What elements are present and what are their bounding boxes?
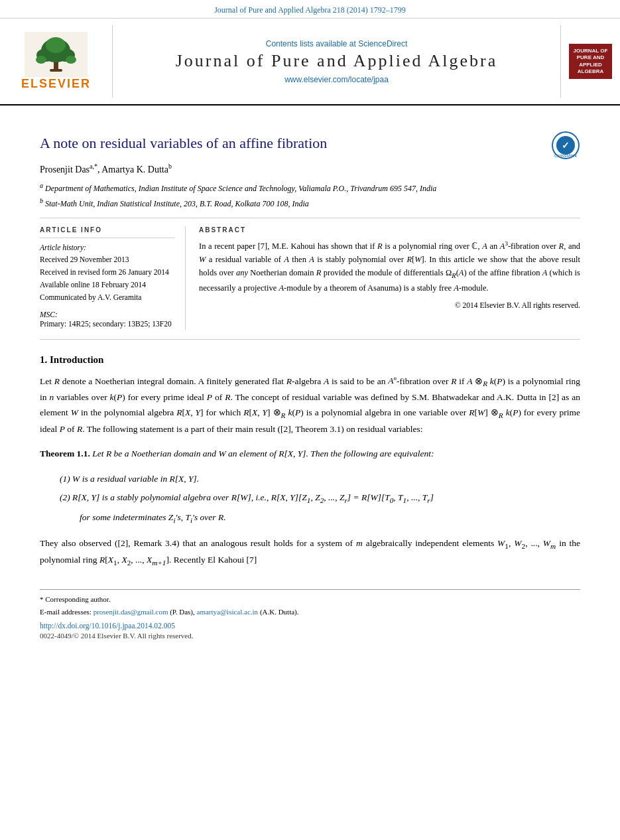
- abstract-text: In a recent paper [7], M.E. Kahoui has s…: [199, 239, 580, 295]
- article-info-abstract: ARTICLE INFO Article history: Received 2…: [40, 226, 580, 330]
- intro-paragraph-1: Let R denote a Noetherian integral domai…: [40, 374, 580, 437]
- para-2: They also observed ([2], Remark 3.4) tha…: [40, 536, 580, 569]
- email2[interactable]: amartya@isical.ac.in: [197, 608, 259, 616]
- corresponding-author-note: * Corresponding author.: [40, 594, 580, 605]
- jpaa-logo-line3: APPLIED: [572, 62, 609, 68]
- article-info-label: ARTICLE INFO: [40, 226, 175, 234]
- journal-center: Contents lists available at ScienceDirec…: [113, 25, 560, 98]
- svg-point-7: [66, 56, 76, 64]
- svg-rect-8: [50, 69, 62, 72]
- affil-b-text: Stat-Math Unit, Indian Statistical Insti…: [45, 199, 309, 208]
- svg-point-5: [46, 37, 66, 53]
- theorem-label: Theorem 1.1.: [40, 449, 90, 458]
- sciencedirect-link[interactable]: ScienceDirect: [358, 39, 407, 48]
- article-info-column: ARTICLE INFO Article history: Received 2…: [40, 226, 186, 330]
- footnotes: * Corresponding author. E-mail addresses…: [40, 589, 580, 640]
- divider-article-info: [40, 238, 175, 238]
- svg-text:✓: ✓: [562, 140, 570, 151]
- msc-label: MSC:: [40, 311, 175, 318]
- elsevier-logo: ELSEVIER: [0, 25, 113, 98]
- author-dutta-sup: b: [168, 163, 172, 170]
- theorem-items: (1) W is a residual variable in R[X, Y].…: [60, 471, 580, 527]
- main-content: A note on residual variables of an affin…: [0, 105, 620, 653]
- theorem-item-1: (1) W is a residual variable in R[X, Y].: [60, 471, 580, 487]
- email-line: E-mail addresses: prosenjit.das@gmail.co…: [40, 606, 580, 618]
- intro-section-title: 1. Introduction: [40, 354, 580, 366]
- email2-name: (A.K. Dutta).: [260, 608, 299, 616]
- jpaa-logo-line2: PURE AND: [572, 54, 609, 61]
- affil-a-text: Department of Mathematics, Indian Instit…: [45, 184, 436, 193]
- crossmark-icon: ✓ CrossMark: [551, 131, 580, 160]
- journal-logo-right: JOURNAL OF PURE AND APPLIED ALGEBRA: [560, 25, 620, 98]
- journal-citation: Journal of Pure and Applied Algebra 218 …: [214, 5, 406, 15]
- theorem-item-2: (2) R[X, Y] is a stably polynomial algeb…: [60, 490, 580, 507]
- journal-title: Journal of Pure and Applied Algebra: [176, 51, 498, 71]
- author-comma: , Amartya K. Dutta: [97, 165, 168, 175]
- communicated-by: Communicated by A.V. Geramita: [40, 292, 175, 303]
- doi-line: http://dx.doi.org/10.1016/j.jpaa.2014.02…: [40, 622, 580, 630]
- email-label: E-mail addresses:: [40, 608, 92, 616]
- email1-name: (P. Das),: [170, 608, 195, 616]
- email1[interactable]: prosenjit.das@gmail.com: [93, 608, 168, 616]
- affiliation-a: a Department of Mathematics, Indian Inst…: [40, 180, 580, 194]
- msc-section: MSC: Primary: 14R25; secondary: 13B25; 1…: [40, 311, 175, 330]
- jpaa-logo-line1: JOURNAL OF: [572, 48, 609, 54]
- author-das-sup: a,*: [90, 163, 97, 170]
- affil-b-marker: b: [40, 197, 43, 204]
- theorem-statement: Let R be a Noetherian domain and W an el…: [92, 449, 434, 458]
- author-das: Prosenjit Das: [40, 165, 90, 175]
- journal-url[interactable]: www.elsevier.com/locate/jpaa: [284, 75, 389, 84]
- journal-header: ELSEVIER Contents lists available at Sci…: [0, 19, 620, 105]
- issn-line: 0022-4049/© 2014 Elsevier B.V. All right…: [40, 632, 580, 640]
- star-note: * Corresponding author.: [40, 595, 111, 603]
- theorem-item-2b: for some indeterminates Zi's, Ti's over …: [80, 510, 580, 527]
- top-bar: Journal of Pure and Applied Algebra 218 …: [0, 0, 620, 19]
- doi-url[interactable]: http://dx.doi.org/10.1016/j.jpaa.2014.02…: [40, 622, 175, 630]
- divider-after-affiliations: [40, 218, 580, 218]
- svg-point-6: [36, 56, 46, 64]
- authors-line: Prosenjit Dasa,*, Amartya K. Duttab: [40, 163, 580, 175]
- paper-title: A note on residual variables of an affin…: [40, 135, 327, 152]
- affiliation-b: b Stat-Math Unit, Indian Statistical Ins…: [40, 196, 580, 210]
- theorem-1-1: Theorem 1.1. Let R be a Noetherian domai…: [40, 447, 580, 462]
- jpaa-logo-box: JOURNAL OF PURE AND APPLIED ALGEBRA: [569, 44, 612, 80]
- svg-text:CrossMark: CrossMark: [554, 153, 577, 158]
- elsevier-brand-text: ELSEVIER: [21, 77, 91, 91]
- elsevier-tree-icon: [25, 32, 88, 77]
- msc-codes: Primary: 14R25; secondary: 13B25; 13F20: [40, 318, 175, 330]
- copyright: © 2014 Elsevier B.V. All rights reserved…: [199, 301, 580, 309]
- jpaa-logo-line4: ALGEBRA: [572, 68, 609, 75]
- abstract-column: ABSTRACT In a recent paper [7], M.E. Kah…: [199, 226, 580, 330]
- revised-date: Received in revised form 26 January 2014: [40, 267, 175, 278]
- contents-available: Contents lists available at ScienceDirec…: [266, 39, 407, 48]
- article-history-label: Article history:: [40, 244, 175, 251]
- divider-after-abstract: [40, 339, 580, 340]
- abstract-label: ABSTRACT: [199, 226, 580, 234]
- received-date: Received 29 November 2013: [40, 254, 175, 265]
- crossmark-badge: ✓ CrossMark: [551, 131, 580, 163]
- affil-a-marker: a: [40, 182, 43, 189]
- affiliations: a Department of Mathematics, Indian Inst…: [40, 180, 580, 210]
- online-date: Available online 18 February 2014: [40, 279, 175, 291]
